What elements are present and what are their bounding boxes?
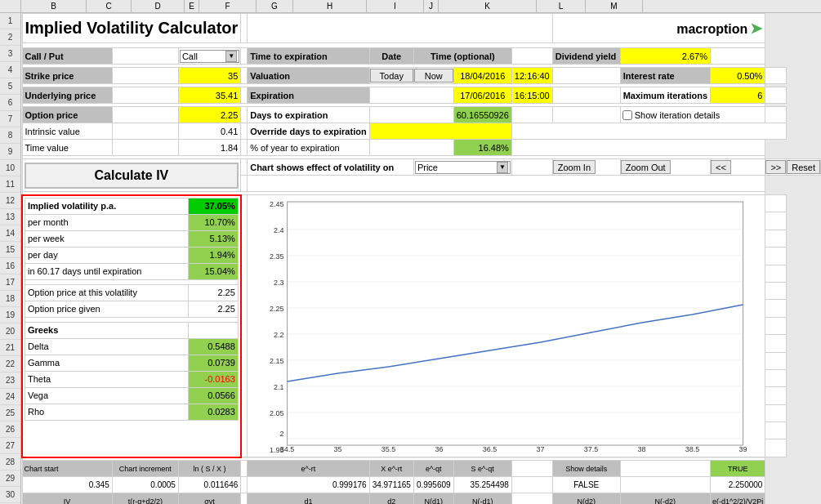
strike-value[interactable]: 35 bbox=[178, 68, 240, 84]
chart-area-cell: 2.45 2.4 2.35 2.3 2.25 2.2 2.15 2.1 2.05… bbox=[248, 195, 765, 457]
strike-empty bbox=[112, 68, 178, 84]
r22-b bbox=[765, 282, 787, 299]
row14-e bbox=[241, 176, 248, 192]
rn-29: 29 bbox=[0, 471, 20, 487]
r23-b bbox=[765, 300, 787, 317]
brand-cell: macroption ➤ bbox=[552, 14, 765, 43]
today-button[interactable]: Today bbox=[370, 69, 413, 83]
nav-right-cell[interactable]: >> bbox=[765, 159, 787, 176]
option-price-value[interactable]: 2.25 bbox=[178, 107, 240, 123]
y-label-230: 2.3 bbox=[274, 279, 284, 287]
r29-b bbox=[765, 404, 787, 421]
interest-rate-label: Interest rate bbox=[620, 68, 710, 84]
y-label-240: 2.4 bbox=[274, 226, 284, 234]
calculate-iv-button[interactable]: Calculate IV bbox=[25, 163, 239, 189]
x-e-rt-label: X e^-rt bbox=[369, 461, 413, 477]
zoom-in-button[interactable]: Zoom In bbox=[553, 160, 596, 174]
corner-cell bbox=[0, 0, 21, 12]
rn-5: 5 bbox=[0, 78, 20, 95]
spreadsheet-table: Implied Volatility Calculator macroption… bbox=[21, 13, 821, 504]
row3-j bbox=[511, 48, 552, 65]
r19-b bbox=[765, 230, 787, 247]
show-iter-checkbox[interactable] bbox=[622, 110, 632, 120]
row5-j bbox=[552, 68, 620, 84]
delta-value: 0.5488 bbox=[189, 338, 239, 355]
row1-fghij bbox=[248, 14, 553, 43]
r21-b bbox=[765, 265, 787, 282]
show-iter-text: Show iteration details bbox=[635, 110, 721, 120]
x-label-385: 38.5 bbox=[685, 445, 700, 453]
row1-e bbox=[241, 14, 248, 43]
nd2-label: N(d2) bbox=[552, 493, 620, 505]
brand-icon: ➤ bbox=[750, 20, 762, 37]
per-day-value: 1.94% bbox=[189, 247, 239, 263]
chart-increment-label: Chart increment bbox=[112, 461, 178, 477]
zoom-out-cell[interactable]: Zoom Out bbox=[620, 159, 710, 176]
row35-j bbox=[511, 493, 552, 505]
grid-content: Implied Volatility Calculator macroption… bbox=[21, 13, 821, 504]
r20-b bbox=[765, 248, 787, 265]
e-d1-label: e(-d1^2/2)/V2Pi bbox=[711, 493, 765, 505]
rn-4: 4 bbox=[0, 62, 20, 78]
rn-18: 18 bbox=[0, 291, 20, 307]
row5-e bbox=[241, 68, 248, 84]
call-put-arrow[interactable]: ▼ bbox=[225, 51, 237, 62]
result-row-iv: Implied volatility p.a. 37.05% bbox=[25, 198, 239, 214]
call-put-value: Call bbox=[182, 51, 198, 61]
rn-10: 10 bbox=[0, 160, 20, 176]
nav-left-cell[interactable]: << bbox=[711, 159, 765, 176]
interest-rate-value[interactable]: 0.50% bbox=[711, 68, 765, 84]
now-btn-cell[interactable]: Now bbox=[413, 68, 453, 84]
zoom-out-button[interactable]: Zoom Out bbox=[621, 160, 671, 174]
row9-j bbox=[552, 107, 620, 123]
expiration-label: Expiration bbox=[248, 87, 369, 104]
d1-label: d1 bbox=[248, 493, 369, 505]
valuation-time[interactable]: 12:16:40 bbox=[511, 68, 552, 84]
results-inner-table: Implied volatility p.a. 37.05% per month… bbox=[25, 198, 239, 421]
per-month-value: 10.70% bbox=[189, 214, 239, 230]
rn-27: 27 bbox=[0, 438, 20, 454]
days-exp-empty bbox=[369, 107, 453, 123]
nav-right-button[interactable]: >> bbox=[765, 160, 786, 174]
rn-8: 8 bbox=[0, 127, 20, 144]
max-iter-value[interactable]: 6 bbox=[711, 87, 765, 104]
chart-dropdown[interactable]: Price ▼ bbox=[415, 161, 511, 174]
call-put-dropdown-cell[interactable]: Call ▼ bbox=[178, 48, 240, 65]
today-btn-cell[interactable]: Today bbox=[369, 68, 413, 84]
rn-26: 26 bbox=[0, 421, 20, 438]
valuation-date[interactable]: 18/04/2016 bbox=[453, 68, 511, 84]
override-value[interactable] bbox=[369, 123, 511, 140]
call-put-dropdown[interactable]: Call ▼ bbox=[180, 50, 239, 63]
col-header-f: F bbox=[199, 0, 257, 12]
rn-2: 2 bbox=[0, 29, 20, 46]
y-label-215: 2.15 bbox=[270, 357, 284, 365]
calc-iv-cell[interactable]: Calculate IV bbox=[22, 159, 241, 192]
dividend-yield-value[interactable]: 2.67% bbox=[620, 48, 710, 65]
zoom-in-cell[interactable]: Zoom In bbox=[552, 159, 620, 176]
col-header-i: I bbox=[367, 0, 424, 12]
s-e-qt-val: 35.254498 bbox=[453, 477, 511, 493]
y-label-220: 2.2 bbox=[274, 331, 284, 339]
row-13: Calculate IV Chart shows effect of volat… bbox=[22, 159, 821, 176]
expiration-time[interactable]: 16:15:00 bbox=[511, 87, 552, 104]
col-header-k: K bbox=[439, 0, 537, 12]
sigma-label: σvt bbox=[178, 493, 240, 505]
reset-cell[interactable]: Reset bbox=[787, 159, 821, 176]
reset-button[interactable]: Reset bbox=[787, 160, 820, 174]
call-put-empty bbox=[112, 48, 178, 65]
rn-22: 22 bbox=[0, 356, 20, 372]
y-label-205: 2.05 bbox=[270, 409, 284, 417]
expiration-date[interactable]: 17/06/2016 bbox=[453, 87, 511, 104]
vega-value: 0.0566 bbox=[189, 387, 239, 404]
nav-left-button[interactable]: << bbox=[711, 160, 731, 174]
chart-dropdown-arrow[interactable]: ▼ bbox=[497, 162, 508, 173]
chart-dropdown-cell[interactable]: Price ▼ bbox=[413, 159, 511, 176]
result-row-gamma: Gamma 0.0739 bbox=[25, 355, 239, 371]
underlying-empty bbox=[112, 87, 178, 104]
show-iter-label: Show iteration details bbox=[622, 110, 764, 120]
now-button[interactable]: Now bbox=[414, 69, 453, 83]
e-rt-label: e^-rt bbox=[248, 461, 369, 477]
ln-label: ln ( S / X ) bbox=[178, 461, 240, 477]
option-given-value: 2.25 bbox=[189, 301, 239, 317]
underlying-value[interactable]: 35.41 bbox=[178, 87, 240, 104]
